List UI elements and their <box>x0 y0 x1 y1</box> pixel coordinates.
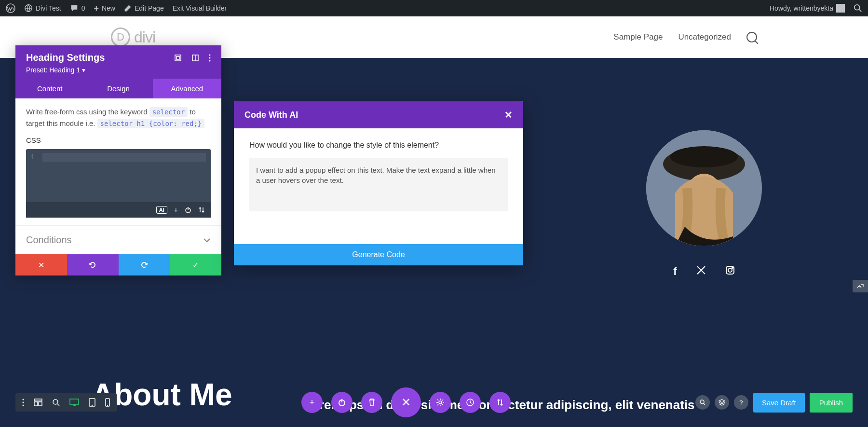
add-icon[interactable]: + <box>174 206 178 214</box>
menu-icon[interactable] <box>22 398 24 407</box>
mini-search-icon[interactable] <box>695 395 710 410</box>
svg-point-30 <box>108 405 108 406</box>
svg-rect-10 <box>175 55 181 61</box>
tab-content[interactable]: Content <box>15 79 84 98</box>
builder-bar: + ✕ ? Save Draft Publish <box>15 387 853 417</box>
svg-point-21 <box>23 405 24 406</box>
svg-rect-24 <box>39 402 42 406</box>
profile-image <box>646 130 762 246</box>
facebook-icon[interactable]: f <box>673 265 677 278</box>
svg-point-33 <box>439 401 442 404</box>
settings-panel: Heading Settings Preset: Heading 1 ▾ Con… <box>15 45 221 275</box>
chevron-down-icon: ▾ <box>82 66 85 74</box>
more-icon[interactable] <box>209 54 211 62</box>
css-editor[interactable]: 1 AI + <box>26 149 211 218</box>
edit-page-link[interactable]: Edit Page <box>124 4 164 12</box>
svg-point-25 <box>53 399 58 404</box>
svg-rect-11 <box>176 56 179 59</box>
avatar-icon <box>836 4 845 13</box>
svg-point-28 <box>92 405 93 406</box>
history-button[interactable] <box>460 392 481 413</box>
svg-point-2 <box>854 5 860 10</box>
preset-dropdown[interactable]: Preset: Heading 1 ▾ <box>26 66 211 74</box>
nav-sample-page[interactable]: Sample Page <box>613 32 663 42</box>
add-section-button[interactable]: + <box>301 392 323 413</box>
wp-admin-bar: Divi Test 0 +New Edit Page Exit Visual B… <box>0 0 868 16</box>
wp-search-icon[interactable] <box>854 4 862 13</box>
social-icons: f <box>646 265 762 278</box>
undo-button[interactable] <box>67 254 119 275</box>
ai-button[interactable]: AI <box>156 206 167 214</box>
settings-button[interactable] <box>430 392 451 413</box>
svg-point-6 <box>670 146 738 167</box>
exit-vb-link[interactable]: Exit Visual Builder <box>173 4 227 12</box>
comments-link[interactable]: 0 <box>70 4 85 13</box>
phone-icon[interactable] <box>105 398 110 407</box>
svg-point-35 <box>700 400 704 404</box>
wireframe-icon[interactable] <box>34 398 42 407</box>
site-name-link[interactable]: Divi Test <box>24 4 61 13</box>
columns-icon[interactable] <box>191 54 199 62</box>
tab-advanced[interactable]: Advanced <box>153 79 221 98</box>
chevron-down-icon <box>203 238 211 243</box>
new-link[interactable]: +New <box>94 3 115 14</box>
close-builder-button[interactable]: ✕ <box>391 387 421 417</box>
css-label: CSS <box>26 136 211 144</box>
svg-rect-23 <box>34 402 38 406</box>
instagram-icon[interactable] <box>725 265 735 278</box>
confirm-button[interactable]: ✓ <box>170 254 221 275</box>
svg-rect-26 <box>70 399 79 404</box>
ai-question: How would you like to change the style o… <box>249 141 508 150</box>
divi-logo[interactable]: D divi <box>111 28 155 47</box>
dev-panel-tab[interactable] <box>853 280 868 292</box>
tab-design[interactable]: Design <box>84 79 152 98</box>
generate-code-button[interactable]: Generate Code <box>234 244 523 265</box>
svg-point-20 <box>23 402 24 403</box>
layers-icon[interactable] <box>715 395 729 410</box>
conditions-section[interactable]: Conditions <box>15 225 221 254</box>
desktop-icon[interactable] <box>69 398 79 407</box>
svg-point-15 <box>209 57 211 58</box>
svg-point-19 <box>23 399 24 400</box>
publish-button[interactable]: Publish <box>810 393 853 413</box>
view-controls <box>15 393 117 412</box>
panel-title: Heading Settings <box>26 52 105 63</box>
svg-point-14 <box>209 54 211 55</box>
svg-point-8 <box>728 268 732 272</box>
help-icon[interactable]: ? <box>734 395 748 410</box>
cancel-button[interactable]: ✕ <box>15 254 67 275</box>
order-button[interactable] <box>489 392 511 413</box>
x-icon[interactable] <box>696 265 706 278</box>
nav-uncategorized[interactable]: Uncategorized <box>678 32 731 42</box>
power-icon[interactable] <box>185 207 191 213</box>
close-icon[interactable]: ✕ <box>504 109 513 121</box>
css-help-text: Write free-form css using the keyword se… <box>26 106 211 129</box>
howdy-link[interactable]: Howdy, writtenbyekta <box>770 4 845 13</box>
zoom-icon[interactable] <box>52 398 60 407</box>
svg-point-9 <box>732 267 733 268</box>
sort-icon[interactable] <box>198 207 205 213</box>
svg-point-16 <box>209 60 211 61</box>
tablet-icon[interactable] <box>89 398 95 407</box>
svg-rect-22 <box>34 399 42 401</box>
site-search-icon[interactable] <box>746 32 757 42</box>
ai-modal-title: Code With AI <box>244 110 298 120</box>
save-draft-button[interactable]: Save Draft <box>753 393 805 413</box>
line-number: 1 <box>31 153 41 198</box>
ai-modal: Code With AI ✕ How would you like to cha… <box>234 101 523 265</box>
wp-logo[interactable] <box>6 3 15 13</box>
redo-button[interactable] <box>119 254 170 275</box>
trash-button[interactable] <box>361 392 382 413</box>
expand-icon[interactable] <box>174 54 182 62</box>
power-button[interactable] <box>331 392 353 413</box>
ai-prompt-input[interactable] <box>249 158 508 211</box>
